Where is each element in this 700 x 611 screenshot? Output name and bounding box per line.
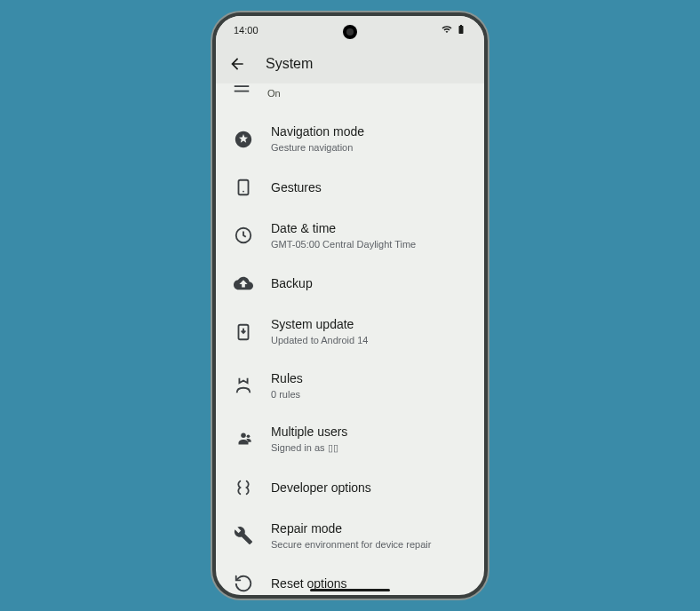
header: System [216,44,484,83]
list-item-sub: On [267,87,466,99]
list-item-sub: 0 rules [271,388,466,401]
list-item-system-update[interactable]: System update Updated to Android 14 [216,305,484,358]
navigation-mode-icon [234,130,253,149]
rules-icon [234,376,253,395]
svg-point-5 [247,435,251,439]
gesture-nav-handle[interactable] [310,589,390,591]
list-item-developer-options[interactable]: Developer options [216,466,484,509]
languages-icon [232,83,251,98]
phone-frame: 14:00 System On Navigatio [212,12,488,599]
page-title: System [266,56,313,72]
list-item-title: Gestures [271,179,466,195]
developer-options-icon [234,478,253,497]
list-item-title: Multiple users [271,424,466,440]
battery-icon [456,24,466,36]
svg-point-4 [241,433,246,439]
list-item-partial[interactable]: On [216,83,484,112]
list-item-title: Date & time [271,220,466,236]
list-item-title: Navigation mode [271,123,466,139]
status-indicators [441,24,466,36]
system-update-icon [234,322,253,342]
list-item-title: System update [271,316,466,332]
svg-point-1 [243,190,244,192]
list-item-backup[interactable]: Backup [216,262,484,305]
list-item-title: Repair mode [271,520,466,536]
list-item-sub: Gesture navigation [271,141,466,154]
gestures-icon [234,178,253,197]
camera-punch [343,25,357,39]
list-item-title: Backup [271,275,466,291]
list-item-multiple-users[interactable]: Multiple users Signed in as ▯▯ [216,412,484,465]
list-item-title: Developer options [271,480,466,496]
list-item-date-time[interactable]: Date & time GMT-05:00 Central Daylight T… [216,209,484,262]
list-item-gestures[interactable]: Gestures [216,166,484,209]
list-item-sub: GMT-05:00 Central Daylight Time [271,238,466,250]
list-item-title: Rules [271,370,466,386]
list-item-sub: Signed in as ▯▯ [271,441,466,454]
reset-options-icon [234,574,253,593]
list-item-repair-mode[interactable]: Repair mode Secure environment for devic… [216,509,484,562]
list-item-navigation-mode[interactable]: Navigation mode Gesture navigation [216,112,484,165]
status-time: 14:00 [234,25,259,36]
multiple-users-icon [234,429,253,448]
repair-mode-icon [234,526,253,545]
svg-rect-0 [239,180,249,195]
list-item-rules[interactable]: Rules 0 rules [216,359,484,412]
back-button[interactable] [228,55,246,73]
clock-icon [234,226,253,245]
list-item-sub: Updated to Android 14 [271,334,466,346]
backup-icon [234,274,253,293]
settings-list[interactable]: On Navigation mode Gesture navigation Ge… [216,83,484,595]
wifi-icon [441,24,452,36]
list-item-sub: Secure environment for device repair [271,538,466,551]
